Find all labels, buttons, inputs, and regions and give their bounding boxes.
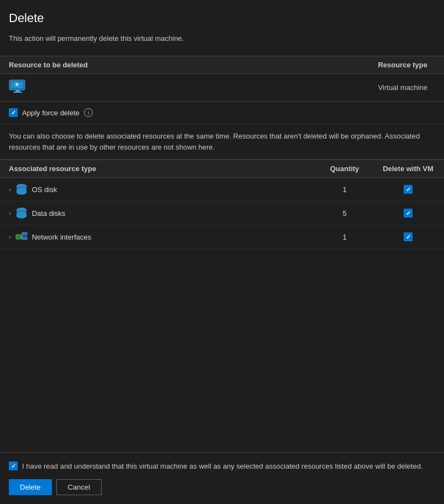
confirm-row: I have read and understand that this vir… (9, 461, 435, 470)
svg-rect-2 (15, 90, 20, 92)
resource-name: OS disk (32, 185, 57, 194)
dialog-footer: I have read and understand that this vir… (0, 452, 444, 504)
expand-chevron[interactable]: › (9, 186, 11, 193)
force-delete-row: Apply force delete i (0, 102, 444, 124)
resource-type-col-header: Resource type (250, 56, 444, 74)
vm-resource-type: Virtual machine (250, 74, 444, 102)
spacer (0, 249, 444, 452)
resource-table: Resource to be deleted Resource type (0, 56, 444, 102)
confirm-text: I have read and understand that this vir… (22, 462, 423, 470)
associated-description: You can also choose to delete associated… (0, 124, 444, 160)
force-delete-checkbox[interactable] (9, 108, 18, 117)
quantity-cell: 1 (317, 178, 372, 201)
expand-chevron[interactable]: › (9, 210, 11, 216)
svg-point-11 (17, 188, 27, 192)
assoc-col3-header: Delete with VM (372, 160, 444, 178)
resource-name: Network interfaces (32, 233, 92, 241)
table-row: › Data disks 5 (0, 201, 444, 225)
svg-rect-20 (22, 237, 27, 240)
assoc-col2-header: Quantity (317, 160, 372, 178)
associated-table: Associated resource type Quantity Delete… (0, 160, 444, 249)
svg-point-17 (17, 212, 27, 216)
svg-point-23 (21, 236, 22, 237)
dialog-title: Delete (9, 11, 435, 25)
delete-button[interactable]: Delete (9, 479, 52, 495)
delete-checkbox-cell (372, 201, 444, 225)
svg-rect-18 (16, 235, 22, 239)
table-row: › Network interfaces 1 (0, 225, 444, 249)
resource-type-cell: › Network interfaces (0, 225, 317, 249)
quantity-cell: 1 (317, 225, 372, 249)
table-row: Virtual machine (0, 74, 444, 102)
expand-chevron[interactable]: › (9, 234, 11, 240)
resource-col-header: Resource to be deleted (0, 56, 250, 74)
footer-buttons: Delete Cancel (9, 479, 435, 495)
resource-name: Data disks (32, 209, 66, 217)
delete-with-vm-checkbox[interactable] (404, 185, 413, 194)
vm-icon (9, 79, 27, 94)
vm-icon-cell (0, 74, 250, 102)
svg-rect-3 (13, 92, 22, 93)
svg-rect-19 (22, 232, 27, 235)
cancel-button[interactable]: Cancel (56, 479, 102, 495)
assoc-col1-header: Associated resource type (0, 160, 317, 178)
dialog-header: Delete This action will permanently dele… (0, 0, 444, 56)
table-row: › OS disk 1 (0, 178, 444, 201)
delete-checkbox-cell (372, 225, 444, 249)
delete-dialog: Delete This action will permanently dele… (0, 0, 444, 504)
delete-with-vm-checkbox[interactable] (404, 232, 413, 241)
delete-checkbox-cell (372, 178, 444, 201)
resource-type-cell: › Data disks (0, 201, 317, 225)
disk-icon (15, 207, 28, 219)
resource-type-cell: › OS disk (0, 178, 317, 201)
network-icon (15, 231, 28, 243)
delete-with-vm-checkbox[interactable] (404, 209, 413, 217)
confirm-checkbox[interactable] (9, 461, 18, 470)
info-icon[interactable]: i (84, 108, 93, 117)
disk-icon (15, 183, 28, 195)
quantity-cell: 5 (317, 201, 372, 225)
dialog-description: This action will permanently delete this… (9, 34, 435, 43)
force-delete-label: Apply force delete (22, 109, 80, 117)
